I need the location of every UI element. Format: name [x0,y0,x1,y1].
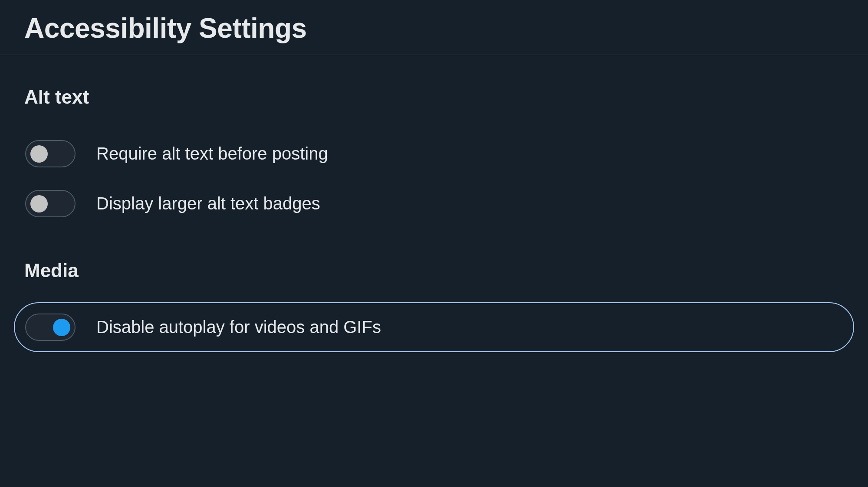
section-heading-media: Media [24,229,844,302]
section-alt-text: Alt text Require alt text before posting… [0,55,868,229]
toggle-larger-alt-badges[interactable] [25,190,76,217]
setting-label: Disable autoplay for videos and GIFs [76,317,381,337]
toggle-knob-icon [30,195,48,212]
setting-label: Display larger alt text badges [76,194,320,213]
toggle-knob-icon [53,319,70,336]
section-heading-alt-text: Alt text [24,55,844,129]
toggle-disable-autoplay[interactable] [25,314,76,341]
section-media: Media Disable autoplay for videos and GI… [0,229,868,352]
setting-require-alt-text[interactable]: Require alt text before posting [24,129,844,179]
toggle-require-alt-text[interactable] [25,140,76,167]
setting-label: Require alt text before posting [76,144,328,163]
setting-larger-alt-badges[interactable]: Display larger alt text badges [24,179,844,229]
toggle-knob-icon [30,145,48,163]
page-title: Accessibility Settings [0,0,868,55]
setting-disable-autoplay[interactable]: Disable autoplay for videos and GIFs [14,302,854,352]
